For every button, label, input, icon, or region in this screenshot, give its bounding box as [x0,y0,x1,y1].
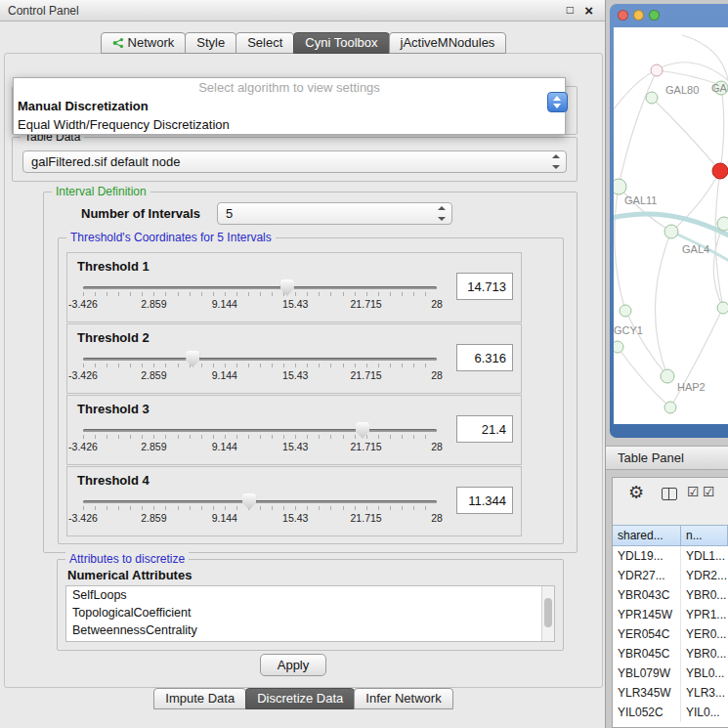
number-of-intervals-combobox[interactable]: 5 [217,202,452,225]
scrollbar-thumb[interactable] [544,598,552,627]
table-header-row: shared... n... [613,525,728,546]
table-toolbar: ⚙ ☑ ☑ [613,478,728,511]
table-cell: YBR0... [681,644,728,664]
list-item[interactable]: BetweennessCentrality [66,621,554,639]
slider-ticks [83,506,437,510]
dropdown-option-equal-width-frequency[interactable]: Equal Width/Frequency Discretization [14,115,565,134]
select-rows-checkbox-icon[interactable]: ☑ [703,484,715,499]
combobox-value: galFiltered.sif default node [31,151,180,172]
threshold-1-value-input[interactable] [456,273,513,300]
slider-track[interactable] [83,500,437,503]
combobox-stepper-icon[interactable] [551,151,562,172]
network-node-label: GAL11 [624,194,657,206]
slider-scale-label: 21.715 [351,298,382,310]
table-row[interactable]: YLR345WYLR3... [613,683,728,703]
table-row[interactable]: YPR145WYPR1... [613,605,728,624]
list-item[interactable]: SelfLoops [66,586,554,604]
table-row[interactable]: YBR043CYBR0... [613,585,728,605]
algorithm-dropdown-popup: Select algorithm to view settings Manual… [13,77,566,135]
close-window-icon[interactable]: × [584,2,593,19]
zoom-traffic-light[interactable] [649,10,660,21]
network-node[interactable] [661,369,674,383]
slider-scale-label: 9.144 [212,298,237,310]
minimize-traffic-light[interactable] [633,10,644,21]
slider-scale-label: 28 [431,298,443,310]
network-node[interactable] [614,341,623,353]
tab-label: Network [128,33,175,53]
tab-impute-data[interactable]: Impute Data [153,688,246,709]
table-row[interactable]: YER054CYER0... [613,624,728,644]
tab-discretize-data[interactable]: Discretize Data [245,688,355,709]
network-canvas[interactable]: GAL80GAGAL11GAL4GCY1HAP2 [614,27,728,424]
table-data-combobox[interactable]: galFiltered.sif default node [22,150,567,173]
slider-scale-label: 28 [431,441,443,452]
slider-track[interactable] [83,286,437,289]
slider-scale: -3.4262.8599.14415.4321.71528 [83,512,437,526]
table-panel: ⚙ ☑ ☑ shared... n... YDL19...YDL1...YDR2… [612,477,728,728]
threshold-4-value-input[interactable] [456,487,513,514]
combobox-stepper-icon[interactable] [437,203,448,224]
network-node[interactable] [614,179,626,194]
network-node[interactable] [646,92,658,104]
tab-network[interactable]: Network [101,32,187,54]
tab-infer-network[interactable]: Infer Network [354,688,452,709]
threshold-3-slider[interactable] [83,421,437,441]
table-cell: YLR345W [613,683,681,703]
table-cell: YDL19... [613,546,681,566]
slider-scale-label: 9.144 [212,512,237,524]
slider-scale-label: 9.144 [212,441,237,452]
slider-track[interactable] [83,358,437,361]
network-node[interactable] [664,225,678,238]
table-cell: YER0... [681,624,728,644]
table-panel-title: Table Panel [618,450,684,465]
table-row[interactable]: YDL19...YDL1... [613,546,728,566]
tab-label: jActiveMNodules [401,33,495,53]
threshold-3-value-input[interactable] [456,415,513,443]
gear-icon[interactable]: ⚙ [628,482,644,503]
threshold-2-value-input[interactable] [456,344,513,371]
table-data-group: Table Data galFiltered.sif default node [12,137,578,182]
algorithm-combobox-stepper[interactable] [547,92,568,112]
tab-style[interactable]: Style [185,32,236,54]
network-node[interactable] [620,305,631,317]
close-traffic-light[interactable] [618,10,628,21]
slider-scale-label: 2.859 [141,441,166,452]
control-panel-titlebar[interactable]: Control Panel □ × [0,0,605,21]
slider-scale-label: -3.426 [68,369,98,381]
table-row[interactable]: YDR27...YDR2... [613,566,728,585]
threshold-1-panel: Threshold 1 -3.4262.8599.14415.4321.7152… [66,252,522,322]
table-row[interactable]: YBR045CYBR0... [613,644,728,664]
select-all-checkbox-icon[interactable]: ☑ [687,484,700,499]
slider-track[interactable] [83,429,437,432]
table-cell: YDR27... [613,566,681,585]
table-cell: YBR0... [681,585,728,605]
threshold-4-panel: Threshold 4 -3.4262.8599.14415.4321.7152… [66,466,522,536]
float-window-icon[interactable]: □ [567,3,574,17]
threshold-1-slider[interactable] [83,278,437,298]
threshold-4-slider[interactable] [83,492,437,512]
table-panel-header[interactable]: Table Panel [606,446,728,470]
network-node[interactable] [717,217,728,231]
network-node[interactable] [712,163,728,179]
tab-cyni-toolbox[interactable]: Cyni Toolbox [293,32,389,54]
columns-icon[interactable] [662,488,677,500]
list-scrollbar[interactable] [541,586,554,641]
network-node[interactable] [664,402,676,413]
tab-label: Infer Network [365,689,441,708]
dropdown-option-manual-discretization[interactable]: Manual Discretization [14,97,565,115]
tab-select[interactable]: Select [236,32,294,54]
list-item[interactable]: TopologicalCoefficient [66,604,554,621]
network-node[interactable] [651,64,663,76]
apply-button[interactable]: Apply [260,654,326,676]
network-view-window: GAL80GAGAL11GAL4GCY1HAP2 [610,4,728,438]
threshold-2-slider[interactable] [83,350,437,369]
network-node[interactable] [717,302,728,314]
threshold-label: Threshold 2 [77,330,150,345]
tab-jactivemodules[interactable]: jActiveMNodules [389,32,507,54]
column-header-shared-name[interactable]: shared... [613,525,681,546]
column-header-name[interactable]: n... [681,525,728,546]
table-row[interactable]: YIL052CYIL0... [613,703,728,722]
table-row[interactable]: YBL079WYBL0... [613,664,728,683]
slider-scale-label: 2.859 [141,512,166,524]
numerical-attributes-list[interactable]: SelfLoops TopologicalCoefficient Between… [65,585,555,642]
